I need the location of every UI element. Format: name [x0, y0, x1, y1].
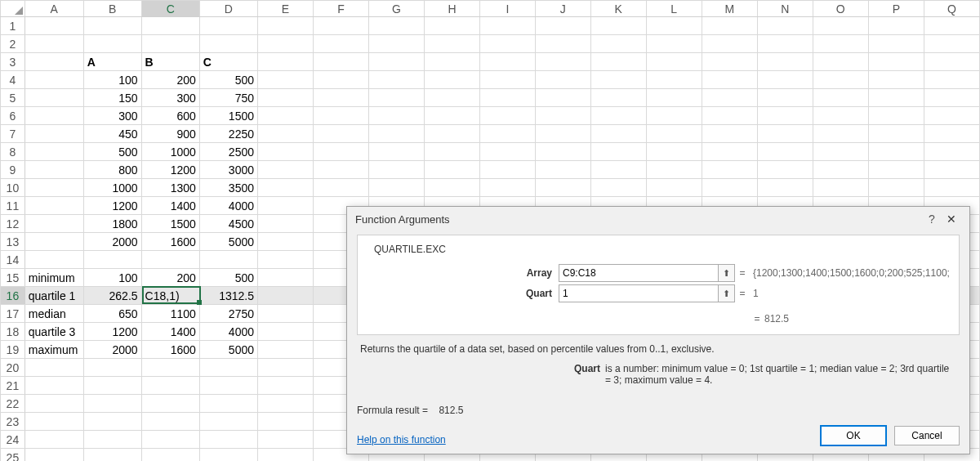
cell-C6[interactable]: 600	[141, 107, 199, 125]
row-header-6[interactable]: 6	[1, 107, 25, 125]
cell-J8[interactable]	[535, 143, 590, 161]
cell-P7[interactable]	[868, 125, 924, 143]
cell-D23[interactable]	[199, 413, 257, 431]
cell-E13[interactable]	[258, 233, 314, 251]
cell-J9[interactable]	[535, 161, 590, 179]
cell-D15[interactable]: 500	[199, 269, 257, 287]
row-header-20[interactable]: 20	[1, 359, 25, 377]
cell-H7[interactable]	[425, 125, 480, 143]
cell-O2[interactable]	[813, 35, 868, 53]
column-header-M[interactable]: M	[702, 1, 757, 17]
cell-B15[interactable]: 100	[83, 269, 141, 287]
arg-field-array[interactable]	[559, 267, 718, 279]
cell-D2[interactable]	[199, 35, 257, 53]
cell-K9[interactable]	[590, 161, 646, 179]
cell-E16[interactable]	[258, 287, 314, 305]
close-icon[interactable]: ✕	[942, 213, 961, 226]
cell-B17[interactable]: 650	[83, 305, 141, 323]
cell-H8[interactable]	[425, 143, 480, 161]
cell-I6[interactable]	[480, 107, 536, 125]
cell-J3[interactable]	[535, 53, 590, 71]
cell-C21[interactable]	[141, 377, 199, 395]
cell-K2[interactable]	[590, 35, 646, 53]
cell-M9[interactable]	[702, 161, 757, 179]
cell-E18[interactable]	[258, 323, 314, 341]
cell-J10[interactable]	[535, 179, 590, 197]
help-link[interactable]: Help on this function	[357, 434, 463, 445]
column-header-P[interactable]: P	[868, 1, 924, 17]
row-header-25[interactable]: 25	[1, 449, 25, 462]
range-picker-icon[interactable]: ⬆	[718, 285, 734, 302]
cell-N2[interactable]	[757, 35, 813, 53]
cell-L1[interactable]	[646, 17, 702, 35]
cell-H2[interactable]	[425, 35, 480, 53]
row-header-18[interactable]: 18	[1, 323, 25, 341]
cell-Q6[interactable]	[924, 107, 979, 125]
cell-O3[interactable]	[813, 53, 868, 71]
column-header-F[interactable]: F	[314, 1, 369, 17]
cell-A18[interactable]: quartile 3	[24, 323, 83, 341]
cell-P1[interactable]	[868, 17, 924, 35]
cell-O6[interactable]	[813, 107, 868, 125]
row-header-3[interactable]: 3	[1, 53, 25, 71]
column-header-N[interactable]: N	[757, 1, 813, 17]
cell-I1[interactable]	[480, 17, 536, 35]
cell-D19[interactable]: 5000	[199, 341, 257, 359]
cell-E10[interactable]	[258, 179, 314, 197]
cell-M8[interactable]	[702, 143, 757, 161]
cell-E23[interactable]	[258, 413, 314, 431]
cell-B12[interactable]: 1800	[83, 215, 141, 233]
column-header-G[interactable]: G	[368, 1, 424, 17]
cell-A5[interactable]	[24, 89, 83, 107]
cell-E21[interactable]	[258, 377, 314, 395]
cell-B3[interactable]: A	[83, 53, 141, 71]
cell-I4[interactable]	[480, 71, 536, 89]
cell-D9[interactable]: 3000	[199, 161, 257, 179]
cell-D6[interactable]: 1500	[199, 107, 257, 125]
column-header-D[interactable]: D	[199, 1, 257, 17]
cell-L3[interactable]	[646, 53, 702, 71]
cell-G6[interactable]	[368, 107, 424, 125]
cell-B8[interactable]: 500	[83, 143, 141, 161]
cell-J7[interactable]	[535, 125, 590, 143]
cell-C22[interactable]	[141, 395, 199, 413]
column-header-C[interactable]: C	[141, 1, 199, 17]
cell-K6[interactable]	[590, 107, 646, 125]
cell-F6[interactable]	[314, 107, 369, 125]
row-header-12[interactable]: 12	[1, 215, 25, 233]
cell-P5[interactable]	[868, 89, 924, 107]
cell-I3[interactable]	[480, 53, 536, 71]
row-header-24[interactable]: 24	[1, 431, 25, 449]
cell-I7[interactable]	[480, 125, 536, 143]
cell-Q7[interactable]	[924, 125, 979, 143]
cell-E8[interactable]	[258, 143, 314, 161]
cell-I5[interactable]	[480, 89, 536, 107]
cell-C17[interactable]: 1100	[141, 305, 199, 323]
cell-A4[interactable]	[24, 71, 83, 89]
cell-F5[interactable]	[314, 89, 369, 107]
cell-Q2[interactable]	[924, 35, 979, 53]
arg-input-quart[interactable]: ⬆	[559, 284, 735, 302]
cell-B9[interactable]: 800	[83, 161, 141, 179]
cell-E14[interactable]	[258, 251, 314, 269]
cell-H1[interactable]	[425, 17, 480, 35]
cell-C24[interactable]	[141, 431, 199, 449]
cell-E19[interactable]	[258, 341, 314, 359]
row-header-1[interactable]: 1	[1, 17, 25, 35]
cell-E9[interactable]	[258, 161, 314, 179]
cell-L8[interactable]	[646, 143, 702, 161]
cell-E25[interactable]	[258, 449, 314, 462]
cell-L9[interactable]	[646, 161, 702, 179]
cell-J2[interactable]	[535, 35, 590, 53]
select-all-corner[interactable]	[1, 1, 25, 17]
cell-I8[interactable]	[480, 143, 536, 161]
cell-M2[interactable]	[702, 35, 757, 53]
cell-D1[interactable]	[199, 17, 257, 35]
cell-C2[interactable]	[141, 35, 199, 53]
cell-L6[interactable]	[646, 107, 702, 125]
cell-K8[interactable]	[590, 143, 646, 161]
cell-K3[interactable]	[590, 53, 646, 71]
column-header-A[interactable]: A	[24, 1, 83, 17]
cell-A12[interactable]	[24, 215, 83, 233]
cell-B21[interactable]	[83, 377, 141, 395]
